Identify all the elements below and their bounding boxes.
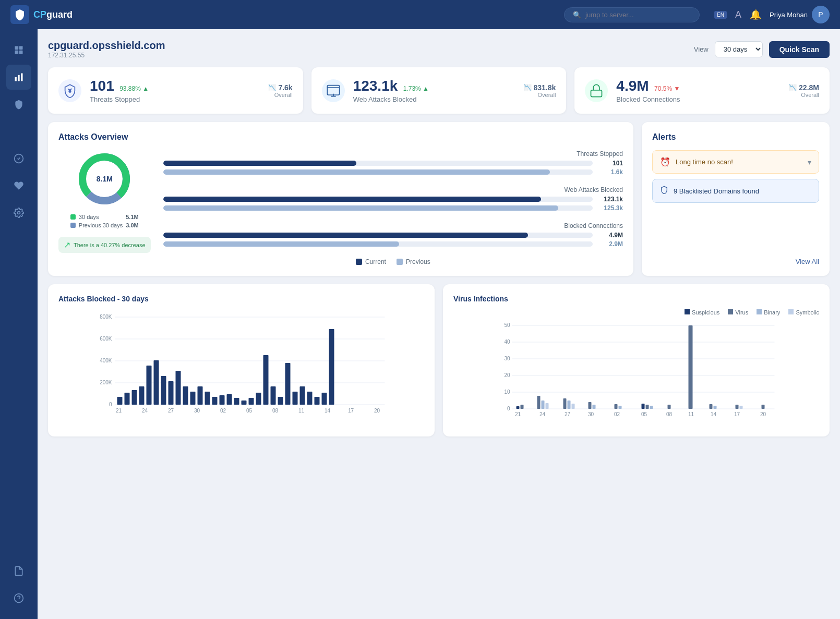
chart-legend: Current Previous [163,258,623,265]
svg-text:11: 11 [688,411,694,417]
svg-rect-92 [642,404,645,409]
threats-percent: 93.88% ▲ [119,85,149,92]
svg-rect-94 [650,406,653,409]
svg-rect-44 [242,400,247,405]
svg-text:11: 11 [298,408,305,414]
bar-fill-light [163,169,550,175]
legend-virus: Virus [728,309,748,315]
svg-text:02: 02 [220,408,226,414]
stat-card-threats: 101 93.88% ▲ Threats Stopped 📉 7.6k Over… [48,67,303,114]
view-label: View [694,45,709,53]
svg-text:17: 17 [348,408,354,414]
svg-rect-36 [183,386,188,405]
bar-track [163,161,593,166]
svg-rect-52 [300,386,305,405]
bar-row-threats-prev: 1.6k [163,168,623,176]
bar-val-web-prev: 125.3k [597,204,623,212]
view-select[interactable]: 30 days 7 days 90 days [715,41,763,57]
svg-rect-33 [161,376,166,405]
legend-suspicious: Suspicious [685,309,719,315]
bar-track-prev [163,169,593,175]
svg-text:08: 08 [666,411,673,417]
svg-text:30: 30 [194,408,200,414]
svg-rect-80 [517,406,520,409]
legend-current: Current [356,258,386,265]
svg-text:14: 14 [325,408,331,414]
svg-text:400K: 400K [100,358,112,363]
svg-rect-86 [568,400,571,409]
svg-text:200K: 200K [100,380,112,385]
connections-label: Blocked Connections [616,95,781,103]
svg-rect-29 [132,390,137,405]
alert-item-warning[interactable]: ⏰ Long time no scan! ▾ [652,150,819,174]
svg-text:27: 27 [565,411,571,417]
view-all-link[interactable]: View All [652,251,819,265]
attacks-inner: 8.1M 30 days 5.1M Previous 30 days [58,150,623,265]
svg-rect-45 [249,398,254,405]
threats-number: 101 [90,78,114,94]
attacks-overview-card: Attacks Overview 8.1M [48,122,633,276]
svg-rect-46 [256,393,261,405]
bar-label-connections: Blocked Connections [163,222,623,229]
bar-label-webattacks: Web Attacks Blocked [163,186,623,193]
svg-rect-98 [714,406,717,409]
svg-rect-38 [198,386,203,405]
sidebar-item-snowflake[interactable] [6,119,31,144]
sidebar-item-settings[interactable] [6,200,31,225]
search-bar[interactable]: 🔍 [564,7,700,22]
notification-icon[interactable]: 🔔 [750,9,761,20]
threats-label: Threats Stopped [90,95,260,103]
alert-clock-icon: ⏰ [660,157,670,167]
bar-label-threats: Threats Stopped [163,150,623,157]
legend-label-previous: Previous 30 days [79,222,123,228]
virus-legend: Suspicious Virus Binary Symbolic [453,309,819,315]
attacks-blocked-title: Attacks Blocked - 30 days [58,295,424,303]
svg-text:20: 20 [760,411,766,417]
sidebar-item-dashboard[interactable] [6,38,31,63]
legend-val-previous: 3.0M [126,222,138,228]
svg-text:20: 20 [374,408,380,414]
sidebar-item-help[interactable] [6,586,31,611]
svg-text:800K: 800K [100,314,112,320]
svg-rect-43 [234,398,239,405]
svg-rect-40 [212,397,218,405]
quick-scan-button[interactable]: Quick Scan [769,41,830,58]
server-ip: 172.31.25.55 [48,52,165,59]
sidebar-item-shield2[interactable] [6,146,31,171]
svg-text:05: 05 [246,408,253,414]
sidebar-item-heart[interactable] [6,173,31,198]
connections-number: 4.9M [616,78,649,94]
webattacks-number: 123.1k [353,78,398,94]
nav-icons: EN A 🔔 Priya Mohan P [714,6,830,23]
alert-chevron-icon[interactable]: ▾ [808,158,811,166]
sidebar-item-docs[interactable] [6,559,31,584]
decrease-arrow-icon: ↗ [64,240,70,250]
svg-rect-6 [21,74,22,81]
legend-dot-dark [356,259,362,265]
alert-text-blacklist: 9 Blacklisted Domains found [674,187,811,195]
webattacks-icon [322,79,345,102]
svg-rect-27 [117,397,123,405]
alert-item-info[interactable]: 9 Blacklisted Domains found [652,179,819,203]
svg-text:0: 0 [507,406,510,411]
bar-val-threats-current: 101 [597,160,623,167]
bar-row-web-prev: 125.3k [163,204,623,212]
svg-rect-96 [689,325,693,409]
lang-switcher[interactable]: EN [714,11,727,19]
main-content: cpguard.opsshield.com 172.31.25.55 View … [38,29,840,619]
svg-text:50: 50 [504,322,510,328]
search-input[interactable] [585,11,691,19]
svg-rect-91 [619,406,622,409]
svg-rect-88 [589,402,592,409]
sidebar-item-analytics[interactable] [6,65,31,90]
sidebar-item-security[interactable] [6,92,31,117]
user-profile[interactable]: Priya Mohan P [770,6,830,23]
logo[interactable]: CPguard [10,5,73,24]
translate-icon[interactable]: A [735,9,741,20]
svg-rect-34 [169,381,174,405]
decrease-badge: ↗ There is a 40.27% decrease [58,237,151,253]
donut-area: 8.1M 30 days 5.1M Previous 30 days [58,150,151,265]
bar-row-threats-current: 101 [163,160,623,167]
alerts-card: Alerts ⏰ Long time no scan! ▾ 9 Blacklis… [642,122,830,276]
bar-fill-web-light [163,205,559,211]
